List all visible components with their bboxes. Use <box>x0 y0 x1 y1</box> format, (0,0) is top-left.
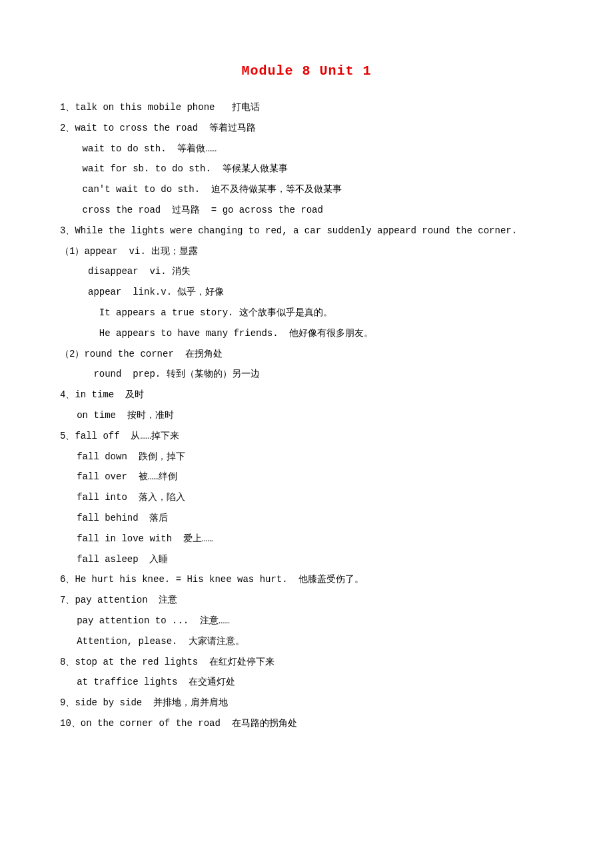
text-line: wait to do sth. 等着做…… <box>60 139 553 159</box>
text-line: （1）appear vi. 出现；显露 <box>60 241 553 262</box>
text-line: 6、He hurt his knee. = His knee was hurt.… <box>60 569 553 590</box>
text-line: at traffice lights 在交通灯处 <box>60 672 553 693</box>
text-line: fall in love with 爱上…… <box>60 529 553 549</box>
text-line: fall over 被……绊倒 <box>60 467 553 487</box>
text-line: 5、fall off 从……掉下来 <box>60 426 553 447</box>
text-line: pay attention to ... 注意…… <box>60 611 553 631</box>
text-line: fall behind 落后 <box>60 508 553 529</box>
text-line: 9、side by side 并排地，肩并肩地 <box>60 693 553 713</box>
content-body: 1、talk on this mobile phone 打电话2、wait to… <box>60 97 553 734</box>
text-line: 8、stop at the red lights 在红灯处停下来 <box>60 652 553 673</box>
text-line: （2）round the corner 在拐角处 <box>60 344 553 365</box>
text-line: 1、talk on this mobile phone 打电话 <box>60 97 553 118</box>
text-line: 3、While the lights were changing to red,… <box>60 221 553 241</box>
text-line: 10、on the corner of the road 在马路的拐角处 <box>60 713 553 734</box>
text-line: Attention, please. 大家请注意。 <box>60 631 553 652</box>
page-title: Module 8 Unit 1 <box>60 63 553 79</box>
text-line: on time 按时，准时 <box>60 405 553 426</box>
text-line: fall down 跌倒，掉下 <box>60 447 553 467</box>
text-line: round prep. 转到（某物的）另一边 <box>60 364 553 385</box>
text-line: fall into 落入，陷入 <box>60 487 553 508</box>
text-line: 2、wait to cross the road 等着过马路 <box>60 118 553 139</box>
text-line: 4、in time 及时 <box>60 385 553 405</box>
text-line: appear link.v. 似乎，好像 <box>60 282 553 303</box>
text-line: 7、pay attention 注意 <box>60 590 553 611</box>
text-line: He appears to have many friends. 他好像有很多朋… <box>60 323 553 344</box>
text-line: can't wait to do sth. 迫不及待做某事，等不及做某事 <box>60 179 553 200</box>
text-line: cross the road 过马路 = go across the road <box>60 200 553 221</box>
text-line: disappear vi. 消失 <box>60 261 553 282</box>
text-line: fall asleep 入睡 <box>60 549 553 570</box>
document-page: Module 8 Unit 1 1、talk on this mobile ph… <box>0 0 613 774</box>
text-line: It appears a true story. 这个故事似乎是真的。 <box>60 303 553 323</box>
text-line: wait for sb. to do sth. 等候某人做某事 <box>60 159 553 179</box>
